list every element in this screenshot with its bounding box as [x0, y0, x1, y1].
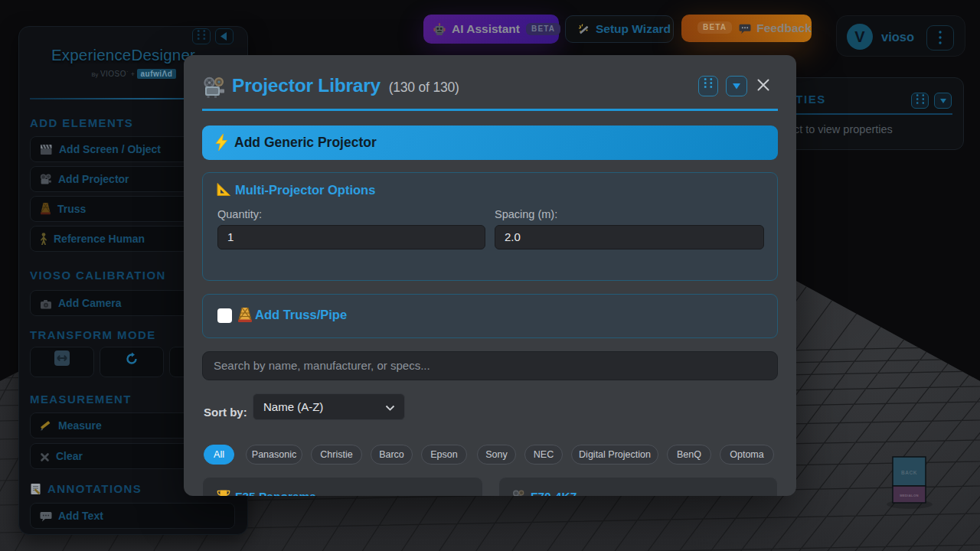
svg-text:BACK: BACK [901, 470, 917, 475]
svg-text:MEDIALON: MEDIALON [900, 494, 919, 497]
